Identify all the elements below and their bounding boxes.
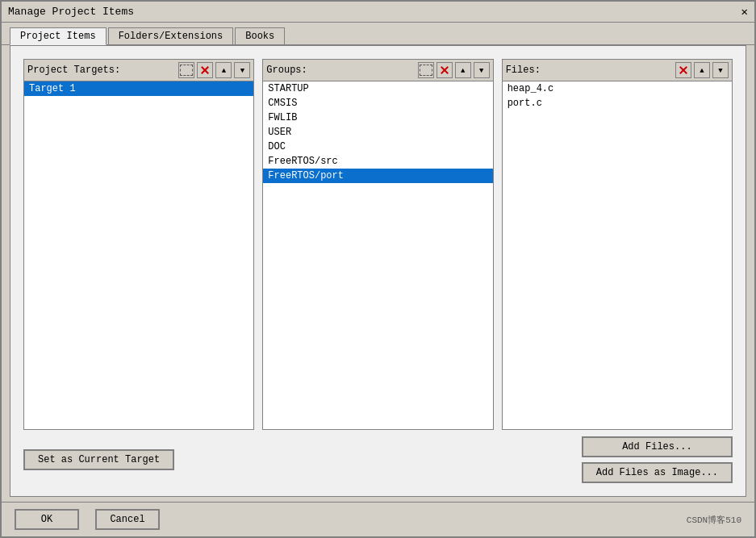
groups-panel-title: Groups: [266,65,415,76]
targets-panel-header: Project Targets: [24,60,253,81]
targets-delete-icon [199,65,211,76]
targets-delete-button[interactable] [197,62,213,78]
group-item-5[interactable]: FreeRTOS/src [263,154,492,169]
bottom-row: Set as Current Target Add Files... Add F… [23,436,733,483]
targets-down-icon [240,65,244,75]
add-files-button[interactable]: Add Files... [582,436,733,457]
groups-up-button[interactable] [455,62,471,78]
targets-up-icon [222,65,226,75]
files-down-button[interactable] [712,62,729,78]
group-item-2[interactable]: FWLIB [263,111,492,125]
title-bar: Manage Project Items ✕ [2,2,754,23]
window-title: Manage Project Items [8,6,134,18]
groups-new-icon [420,65,432,76]
groups-down-button[interactable] [474,62,490,78]
targets-new-button[interactable] [178,62,194,78]
add-files-image-button[interactable]: Add Files as Image... [582,462,733,483]
file-item-1[interactable]: port.c [503,96,732,111]
files-up-icon [700,65,704,75]
groups-new-button[interactable] [418,62,434,78]
targets-new-icon [180,65,193,76]
files-up-button[interactable] [694,62,710,78]
targets-list: Target 1 [24,81,253,429]
group-item-1[interactable]: CMSIS [263,96,492,111]
close-button[interactable]: ✕ [741,5,748,19]
group-item-4[interactable]: DOC [263,140,492,154]
right-buttons: Add Files... Add Files as Image... [582,436,733,483]
targets-up-button[interactable] [215,62,232,78]
footer-right: CSDN博客510 [687,514,741,526]
file-item-0[interactable]: heap_4.c [503,81,732,96]
group-item-3[interactable]: USER [263,125,492,140]
watermark-text: CSDN博客510 [687,514,741,526]
files-panel-title: Files: [506,65,673,76]
groups-list: STARTUP CMSIS FWLIB USER DOC FreeRTOS/sr… [263,81,492,429]
group-item-6[interactable]: FreeRTOS/port [263,169,492,183]
set-current-target-button[interactable]: Set as Current Target [23,449,174,470]
groups-delete-icon [439,65,450,76]
tab-bar: Project Items Folders/Extensions Books [2,23,754,45]
targets-panel-title: Project Targets: [27,65,176,76]
files-panel: Files: heap_4.c port.c [502,59,733,430]
manage-project-window: Manage Project Items ✕ Project Items Fol… [0,0,756,538]
ok-button[interactable]: OK [15,509,79,530]
files-delete-icon [678,65,689,76]
files-down-icon [718,65,722,75]
target-item-0[interactable]: Target 1 [24,81,253,96]
project-targets-panel: Project Targets: Target 1 [23,59,254,430]
groups-delete-button[interactable] [436,62,453,78]
group-item-0[interactable]: STARTUP [263,81,492,96]
groups-up-icon [461,65,465,75]
tab-content: Project Targets: Target 1 [10,45,746,497]
tab-folders-extensions[interactable]: Folders/Extensions [108,27,234,44]
groups-panel: Groups: STARTUP CMSIS [262,59,493,430]
tab-project-items[interactable]: Project Items [10,27,107,45]
cancel-button[interactable]: Cancel [95,509,160,530]
files-panel-header: Files: [503,60,732,81]
targets-down-button[interactable] [234,62,250,78]
panels-row: Project Targets: Target 1 [23,59,733,430]
files-list: heap_4.c port.c [503,81,732,429]
tab-books[interactable]: Books [235,27,285,44]
files-delete-button[interactable] [675,62,691,78]
groups-down-icon [479,65,483,75]
footer: OK Cancel CSDN博客510 [2,502,754,536]
groups-panel-header: Groups: [263,60,492,81]
left-buttons: Set as Current Target [23,449,174,470]
